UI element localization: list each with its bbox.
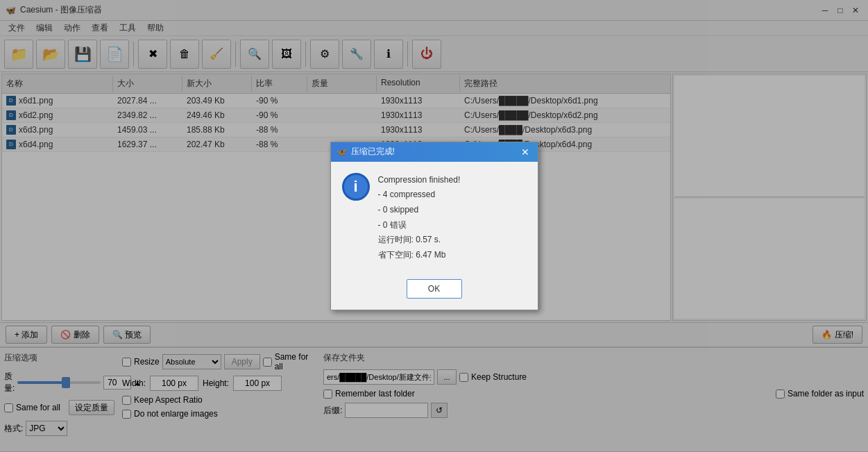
dialog-overlay: 🦋 压缩已完成! ✕ i Compression finished! - 4 c… (0, 0, 868, 452)
dialog-close-button[interactable]: ✕ (518, 145, 532, 159)
dialog-line3: - 0 skipped (378, 203, 461, 218)
dialog-icon-small: 🦋 (337, 147, 347, 157)
dialog-footer: OK (331, 274, 538, 310)
dialog-line1: Compression finished! (378, 173, 461, 188)
dialog-title-text: 🦋 压缩已完成! (337, 146, 395, 158)
dialog-body: i Compression finished! - 4 compressed -… (331, 162, 538, 274)
compression-dialog: 🦋 压缩已完成! ✕ i Compression finished! - 4 c… (330, 142, 538, 311)
dialog-title-bar: 🦋 压缩已完成! ✕ (331, 142, 538, 162)
dialog-line5: 运行时间: 0.57 s. (378, 233, 461, 248)
dialog-line2: - 4 compressed (378, 187, 461, 203)
dialog-message: Compression finished! - 4 compressed - 0… (378, 173, 461, 263)
dialog-info-icon: i (342, 173, 370, 201)
dialog-line6: 省下空间: 6.47 Mb (378, 248, 461, 263)
dialog-line4: - 0 错误 (378, 218, 461, 233)
ok-button[interactable]: OK (407, 279, 462, 299)
